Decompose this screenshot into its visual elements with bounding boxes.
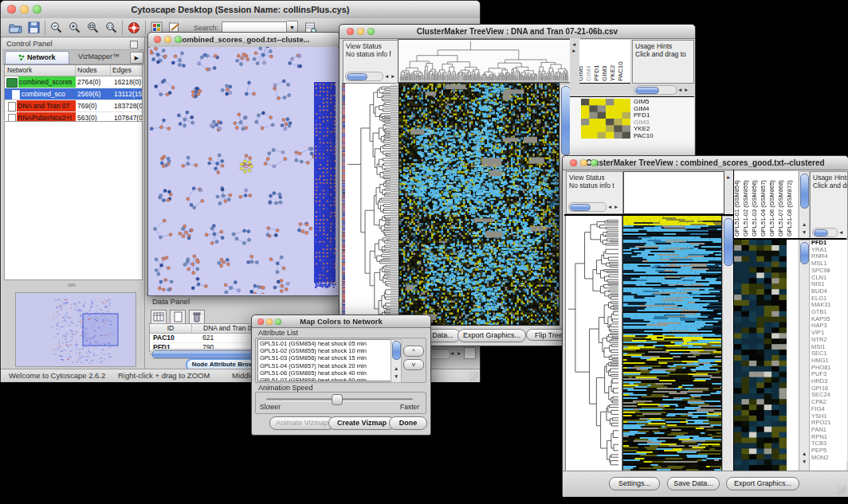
network-view-titlebar[interactable]: combined_scores_good.txt--cluste... — [148, 33, 340, 48]
zoom-in-icon[interactable] — [69, 21, 80, 33]
attribute-item[interactable]: GPL51-01 (GSM854) heat shock 05 min — [258, 340, 391, 347]
scroll-right-arrow[interactable]: ► — [726, 174, 731, 181]
heatmap-vscrollbar[interactable] — [722, 216, 734, 472]
scroll-thumb[interactable] — [635, 87, 659, 94]
scroll-left-arrow[interactable]: ◄ — [677, 87, 682, 93]
help-icon[interactable] — [128, 21, 140, 34]
scroll-thumb[interactable] — [570, 204, 591, 211]
scroll-up-arrow[interactable]: ▲ — [394, 365, 398, 372]
row-label[interactable]: PAC10 — [634, 133, 693, 140]
zoom-actual-icon[interactable]: 1:1 — [105, 21, 117, 33]
column-label[interactable]: YKE2 — [609, 65, 616, 81]
resize-grip[interactable] — [469, 371, 478, 381]
close-button[interactable] — [154, 36, 161, 43]
attribute-list[interactable]: GPL51-01 (GSM854) heat shock 05 minGPL51… — [257, 339, 391, 381]
export-graphics-button[interactable]: Export Graphics... — [457, 329, 526, 342]
close-button[interactable] — [257, 318, 264, 325]
treeview1-titlebar[interactable]: ClusterMaker TreeView : DNA and Tran 07-… — [340, 25, 695, 39]
column-label[interactable]: GPL51-04 (GSM857) — [760, 180, 767, 236]
open-icon[interactable] — [9, 21, 22, 33]
dialog-titlebar[interactable]: Map Colors to Network — [252, 315, 430, 328]
minimize-button[interactable] — [357, 28, 364, 35]
scroll-right-arrow[interactable]: ► — [391, 73, 395, 80]
move-down-button[interactable]: v — [403, 359, 424, 370]
save-icon[interactable] — [28, 21, 40, 33]
zoom-out-icon[interactable] — [50, 21, 62, 33]
minimize-button[interactable] — [266, 318, 273, 325]
heatmap-canvas[interactable] — [399, 84, 559, 325]
column-label[interactable]: PFD1 — [593, 65, 600, 81]
column-label[interactable]: GIM3 — [601, 65, 608, 81]
network-view-canvas[interactable] — [150, 47, 338, 294]
scroll-down-arrow[interactable]: ▼ — [802, 229, 807, 236]
scroll-right-arrow[interactable]: ► — [614, 204, 618, 210]
column-label[interactable]: GPL51-02 (GSM855) — [742, 180, 749, 236]
scroll-down-arrow[interactable]: ▼ — [394, 373, 398, 380]
scroll-left-arrow[interactable]: ◄ — [838, 229, 843, 236]
minimize-button[interactable] — [580, 159, 587, 166]
zoom-button[interactable] — [33, 5, 41, 14]
tab-overflow-button[interactable]: ▶ — [130, 52, 143, 64]
scroll-thumb[interactable] — [800, 174, 809, 209]
close-button[interactable] — [570, 159, 577, 166]
settings-button[interactable]: Settings... — [609, 477, 660, 490]
scroll-up-arrow[interactable]: ▲ — [802, 221, 807, 228]
treeview2-titlebar[interactable]: ClusterMaker TreeView : combined_scores_… — [563, 156, 848, 170]
column-label[interactable]: GPL51-08 (GSM872) — [786, 180, 793, 236]
column-label[interactable]: GIM4 — [585, 65, 592, 81]
scroll-thumb[interactable] — [800, 242, 809, 264]
gene-label[interactable]: MON2 — [810, 455, 847, 462]
row-dendrogram-canvas[interactable] — [343, 84, 398, 325]
column-dendrogram-canvas[interactable] — [398, 40, 570, 82]
network-table-row[interactable]: combined_scores 2764(0) 16218(0) — [5, 76, 142, 88]
scroll-right-arrow[interactable]: ► — [457, 350, 461, 357]
gene-list-scrollbar[interactable]: ▲ ▼ — [799, 240, 810, 472]
move-up-button[interactable]: ^ — [403, 346, 424, 357]
attribute-select-icon[interactable] — [151, 310, 167, 324]
new-attribute-icon[interactable] — [170, 310, 186, 324]
zoom-matrix-canvas[interactable] — [581, 99, 630, 139]
zoom-button[interactable] — [591, 159, 598, 166]
scroll-left-arrow[interactable]: ◄ — [571, 41, 576, 48]
column-labels-vscrollbar[interactable]: ▲ ▼ — [799, 171, 810, 240]
scroll-left-arrow[interactable]: ◄ — [450, 350, 454, 357]
main-titlebar[interactable]: Cytoscape Desktop (Session Name: collins… — [1, 1, 480, 19]
scroll-left-arrow[interactable]: ◄ — [384, 73, 389, 80]
export-graphics-button[interactable]: Export Graphics... — [726, 477, 799, 490]
scroll-up-arrow[interactable]: ▲ — [802, 451, 807, 457]
zoom-button[interactable] — [175, 36, 182, 43]
scroll-thumb[interactable] — [724, 218, 733, 266]
tab-vizmapper[interactable]: VizMapper™ — [69, 51, 128, 63]
attribute-list-scrollbar[interactable]: ▲ ▼ — [391, 339, 402, 383]
hscroll-thumb[interactable] — [151, 350, 257, 358]
scroll-thumb[interactable] — [814, 229, 828, 236]
minimize-button[interactable] — [164, 36, 171, 43]
slider-thumb[interactable] — [332, 394, 343, 405]
column-label[interactable]: GPL51-03 (GSM856) — [751, 180, 758, 236]
network-table-header[interactable]: Network Nodes Edges — [5, 65, 142, 76]
tab-network[interactable]: Network — [5, 51, 69, 64]
column-dendrogram-empty[interactable] — [623, 171, 724, 214]
attribute-item[interactable]: GPL51-03 (GSM856) heat shock 15 min — [258, 354, 391, 361]
float-panel-icon[interactable] — [130, 41, 138, 49]
scroll-left-arrow[interactable]: ◄ — [607, 204, 612, 210]
usage-hints-scrollbar[interactable] — [634, 85, 677, 95]
scroll-right-arrow[interactable]: ► — [684, 87, 689, 93]
usage-hints-scrollbar[interactable] — [812, 228, 838, 237]
splitter-handle[interactable] — [68, 283, 76, 287]
zoom-fit-icon[interactable] — [87, 21, 99, 33]
minimize-button[interactable] — [20, 5, 29, 14]
done-button[interactable]: Done — [389, 416, 427, 430]
close-button[interactable] — [7, 5, 16, 14]
attribute-item[interactable]: GPL51-04 (GSM857) heat shock 20 min — [258, 362, 391, 369]
scroll-thumb[interactable] — [392, 341, 401, 360]
view-status-scrollbar[interactable] — [345, 72, 383, 81]
column-label[interactable]: GPL51-06 (GSM865) — [768, 180, 775, 236]
column-label[interactable]: GPL51-07 (GSM868) — [777, 180, 784, 236]
zoom-button[interactable] — [275, 318, 281, 325]
delete-attribute-icon[interactable] — [189, 310, 205, 324]
heatmap-canvas[interactable] — [623, 216, 721, 471]
close-button[interactable] — [347, 28, 354, 35]
create-vizmap-button[interactable]: Create Vizmap — [328, 416, 395, 430]
network-table-row[interactable]: combined_sco 2569(6) 13112(15) — [5, 88, 142, 100]
